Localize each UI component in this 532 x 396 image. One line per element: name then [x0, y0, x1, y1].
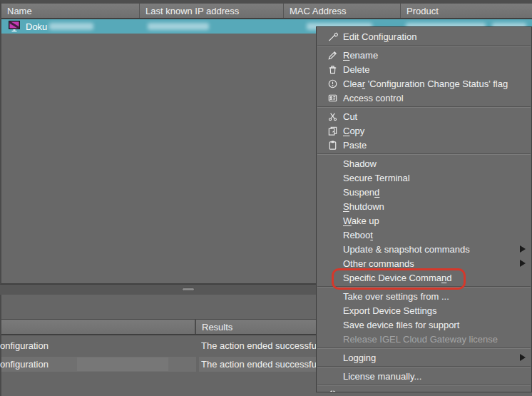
menu-item-label: Shadow [343, 158, 377, 169]
menu-item-label: Shutdown [343, 201, 384, 212]
menu-item-suspend[interactable]: Suspend [317, 185, 531, 199]
menu-item-paste[interactable]: Paste [317, 138, 531, 152]
menu-item-label: Logging [343, 352, 376, 363]
radar-icon [325, 389, 339, 392]
column-header-product[interactable]: Product [401, 4, 532, 18]
menu-item-label: Take over settings from ... [343, 291, 449, 302]
menu-item-copy[interactable]: Copy [317, 123, 531, 138]
column-header-ip[interactable]: Last known IP address [140, 4, 284, 18]
context-menu: Edit ConfigurationRenameDeleteClear 'Con… [316, 26, 532, 392]
column-header-mac[interactable]: MAC Address [284, 4, 401, 18]
redacted-ip-address [148, 23, 209, 30]
menu-item-label: License manually... [343, 371, 421, 382]
trash-icon [325, 64, 339, 75]
menu-item-icon-spacer [325, 258, 339, 269]
menu-separator [317, 385, 531, 386]
result-task-cell: onfiguration [0, 359, 193, 370]
menu-separator [317, 347, 531, 349]
menu-item-label: Wake up [343, 215, 379, 226]
menu-item-label: Delete [343, 64, 370, 75]
menu-separator [317, 106, 531, 108]
menu-item-icon-spacer [325, 352, 339, 363]
thin-client-monitor-icon [9, 21, 21, 32]
menu-item-icon-spacer [325, 272, 339, 283]
menu-item-icon-spacer [325, 243, 339, 255]
menu-item-label: Release IGEL Cloud Gateway license [343, 334, 498, 345]
menu-item-scan-for-devices[interactable]: Scan for devices [317, 387, 531, 392]
menu-item-label: Access control [343, 93, 404, 103]
menu-item-icon-spacer [325, 229, 339, 240]
menu-item-label: Copy [343, 126, 364, 136]
menu-item-icon-spacer [325, 333, 339, 345]
menu-item-logging[interactable]: Logging [317, 350, 531, 365]
menu-item-label: Export Device Settings [343, 305, 437, 316]
menu-item-icon-spacer [325, 319, 339, 330]
result-message-cell: The action ended successfull [201, 340, 316, 351]
menu-item-label: Clear 'Configuration Change Status' flag [343, 78, 508, 89]
menu-item-label: Save device files for support [343, 320, 459, 330]
menu-item-shadow[interactable]: Shadow [317, 156, 531, 171]
menu-item-label: Cut [343, 111, 357, 122]
menu-item-wake-up[interactable]: Wake up [317, 213, 531, 228]
column-header-name[interactable]: Name [1, 4, 140, 18]
menu-item-icon-spacer [325, 172, 339, 183]
submenu-arrow-icon [520, 245, 526, 253]
menu-item-secure-terminal[interactable]: Secure Terminal [317, 171, 531, 185]
menu-item-icon-spacer [325, 158, 339, 169]
menu-item-update-snapshot-commands[interactable]: Update & snapshot commands [317, 242, 531, 256]
menu-item-label: Rename [343, 50, 378, 61]
menu-separator [317, 45, 531, 46]
menu-item-reboot[interactable]: Reboot [317, 228, 531, 242]
menu-item-label: Suspend [343, 187, 379, 198]
menu-item-other-commands[interactable]: Other commands [317, 256, 531, 270]
menu-item-specific-device-command[interactable]: Specific Device Command [317, 270, 531, 285]
menu-item-label: Secure Terminal [343, 173, 410, 183]
menu-item-label: Reboot [343, 230, 373, 240]
result-message-cell: The action ended successfull [201, 359, 316, 370]
redacted-device-name [49, 23, 93, 30]
id-card-icon [325, 92, 339, 103]
submenu-arrow-icon [520, 354, 526, 361]
menu-item-label: Scan for devices [343, 390, 411, 393]
menu-item-save-device-files-for-support[interactable]: Save device files for support [317, 318, 531, 332]
menu-item-label: Specific Device Command [343, 273, 451, 283]
menu-item-label: Update & snapshot commands [343, 244, 470, 255]
menu-item-cut[interactable]: Cut [317, 109, 531, 123]
menu-item-take-over-settings-from[interactable]: Take over settings from ... [317, 289, 531, 303]
result-task-cell: onfiguration [0, 340, 193, 351]
menu-item-release-igel-cloud-gateway-license: Release IGEL Cloud Gateway license [317, 332, 531, 346]
copy-icon [325, 125, 339, 136]
menu-separator [317, 286, 531, 288]
alert-icon [325, 78, 339, 89]
scissors-icon [325, 111, 339, 122]
pencil-icon [325, 49, 339, 61]
menu-item-rename[interactable]: Rename [317, 48, 531, 62]
menu-item-icon-spacer [325, 200, 339, 212]
splitter-grip-icon[interactable] [182, 288, 195, 291]
menu-item-license-manually[interactable]: License manually... [317, 369, 531, 383]
menu-item-edit-configuration[interactable]: Edit Configuration [317, 29, 531, 44]
menu-item-icon-spacer [325, 305, 339, 316]
clipboard-icon [325, 139, 339, 151]
column-header-task[interactable] [1, 320, 196, 334]
menu-item-access-control[interactable]: Access control [317, 91, 531, 105]
device-table-header: Name Last known IP address MAC Address P… [1, 4, 532, 19]
menu-item-label: Paste [343, 140, 367, 151]
menu-item-icon-spacer [325, 290, 339, 302]
menu-item-delete[interactable]: Delete [317, 62, 531, 76]
menu-item-clear-configuration-change-status-flag[interactable]: Clear 'Configuration Change Status' flag [317, 76, 531, 91]
menu-separator [317, 366, 531, 367]
menu-item-shutdown[interactable]: Shutdown [317, 199, 531, 213]
wrench-icon [325, 31, 339, 42]
menu-item-label: Other commands [343, 258, 414, 269]
device-name: Doku [26, 21, 47, 32]
menu-item-icon-spacer [325, 370, 339, 382]
submenu-arrow-icon [520, 260, 526, 267]
menu-separator [317, 153, 531, 155]
menu-item-label: Edit Configuration [343, 31, 416, 42]
menu-item-icon-spacer [325, 186, 339, 198]
menu-item-export-device-settings[interactable]: Export Device Settings [317, 303, 531, 318]
menu-item-icon-spacer [325, 215, 339, 226]
